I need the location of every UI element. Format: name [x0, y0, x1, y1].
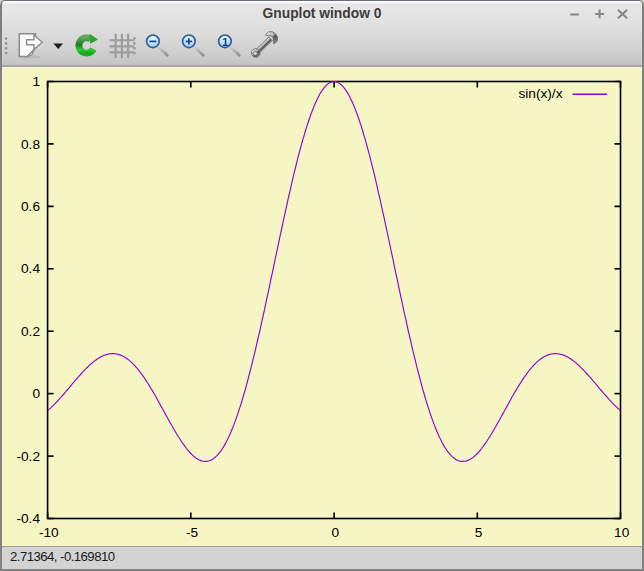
- svg-text:0.2: 0.2: [21, 324, 40, 339]
- svg-text:-0.4: -0.4: [16, 511, 40, 526]
- svg-text:0: 0: [32, 386, 40, 401]
- svg-text:sin(x)/x: sin(x)/x: [518, 86, 562, 101]
- svg-text:0.4: 0.4: [21, 261, 40, 276]
- svg-text:-5: -5: [186, 525, 199, 540]
- svg-text:0.6: 0.6: [21, 199, 40, 214]
- svg-text:0: 0: [331, 525, 339, 540]
- svg-text:1: 1: [32, 74, 40, 89]
- svg-text:-0.2: -0.2: [16, 449, 40, 464]
- svg-text:-10: -10: [39, 525, 59, 540]
- svg-text:10: 10: [614, 525, 630, 540]
- svg-text:0.8: 0.8: [21, 137, 40, 152]
- svg-text:5: 5: [475, 525, 483, 540]
